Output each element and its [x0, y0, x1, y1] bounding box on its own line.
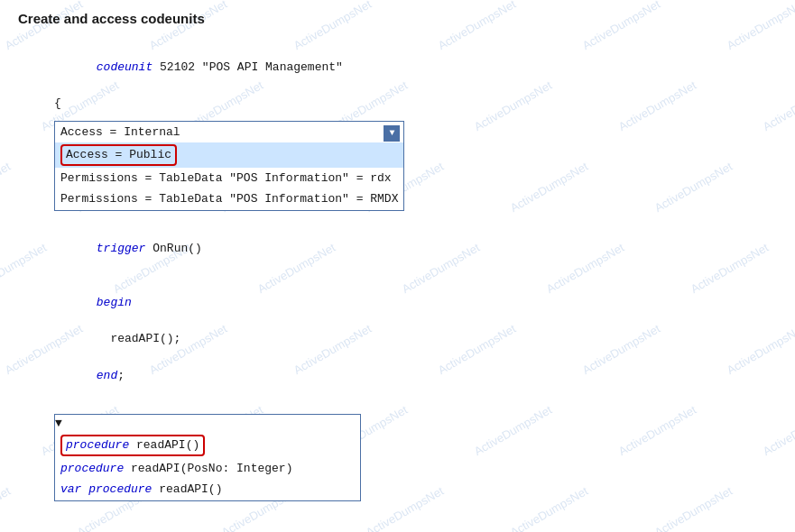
dropdown-item-var-proc-readapi[interactable]: var procedure readAPI() [55, 479, 360, 500]
begin-2: begin [54, 512, 777, 532]
codeunit-declaration: codeunit 52102 "POS API Management" [54, 41, 777, 95]
procedure-dropdown[interactable]: ▼ procedure readAPI() procedure readAPI(… [54, 414, 361, 501]
readapi-call: readAPI(); [54, 330, 777, 348]
keyword-trigger: trigger [97, 242, 146, 255]
trigger-line: trigger OnRun() [54, 222, 777, 276]
brace-open: { [54, 95, 777, 113]
codeunit-number: 52102 [153, 60, 202, 74]
keyword-begin-1: begin [97, 296, 132, 309]
access-dropdown[interactable]: ▼ Access = Internal Access = Public Perm… [54, 121, 404, 211]
keyword-codeunit: codeunit [97, 60, 153, 74]
dropdown-item-access-public[interactable]: Access = Public [55, 142, 403, 168]
page-title: Create and access codeunits [18, 11, 777, 26]
proc-readapi-outlined: procedure readAPI() [60, 435, 205, 456]
access-public-outlined: Access = Public [60, 144, 177, 166]
trigger-name: OnRun() [145, 242, 201, 255]
dropdown-item-proc-readapi-posno[interactable]: procedure readAPI(PosNo: Integer) [55, 458, 360, 480]
end-1: end; [54, 349, 777, 403]
semicolon-1: ; [117, 369, 125, 382]
dropdown-arrow-1[interactable]: ▼ [384, 125, 400, 142]
codeunit-name: "POS API Management" [202, 60, 343, 74]
dropdown-item-permissions-rdx[interactable]: Permissions = TableData "POS Information… [55, 168, 403, 189]
dropdown-arrow-2[interactable]: ▼ [55, 415, 360, 433]
dropdown-item-permissions-rmdx[interactable]: Permissions = TableData "POS Information… [55, 188, 403, 210]
keyword-end-1: end [97, 369, 117, 382]
dropdown-item-proc-readapi[interactable]: procedure readAPI() [55, 433, 360, 458]
begin-1: begin [54, 276, 777, 330]
dropdown-item-access-internal[interactable]: Access = Internal [55, 122, 403, 143]
code-area: codeunit 52102 "POS API Management" { ▼ … [18, 41, 777, 532]
